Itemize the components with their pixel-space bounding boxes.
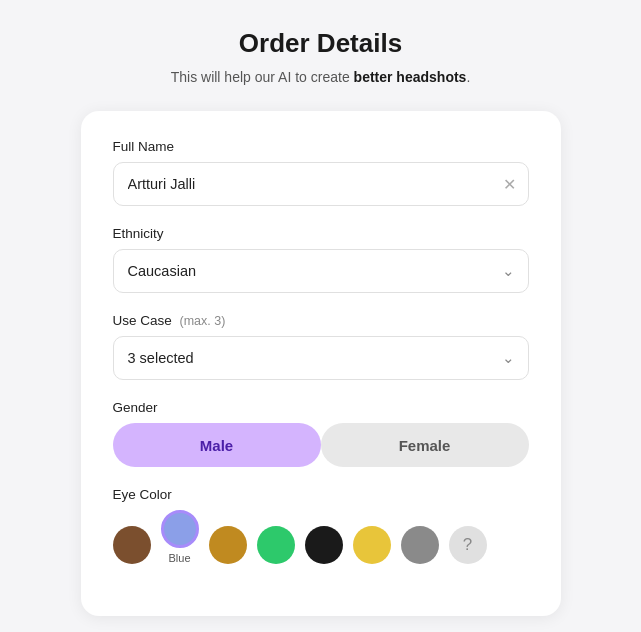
gender-male-button[interactable]: Male bbox=[113, 423, 321, 467]
swatch-wrapper-yellow bbox=[353, 526, 391, 564]
swatch-wrapper-gray bbox=[401, 526, 439, 564]
full-name-field-group: Full Name ✕ bbox=[113, 139, 529, 206]
use-case-field-group: Use Case (max. 3) 3 selected ⌄ bbox=[113, 313, 529, 380]
gender-label: Gender bbox=[113, 400, 529, 415]
eye-color-swatch-yellow[interactable] bbox=[353, 526, 391, 564]
eye-color-swatch-green[interactable] bbox=[257, 526, 295, 564]
eye-color-swatch-other[interactable]: ? bbox=[449, 526, 487, 564]
gender-female-button[interactable]: Female bbox=[321, 423, 529, 467]
use-case-select[interactable]: 3 selected bbox=[113, 336, 529, 380]
full-name-label: Full Name bbox=[113, 139, 529, 154]
full-name-input[interactable] bbox=[113, 162, 529, 206]
eye-color-swatch-black[interactable] bbox=[305, 526, 343, 564]
page-subtitle: This will help our AI to create better h… bbox=[171, 69, 471, 85]
swatch-wrapper-blue: Blue bbox=[161, 510, 199, 564]
ethnicity-select-wrapper: Caucasian African Asian Hispanic Middle … bbox=[113, 249, 529, 293]
eye-color-swatch-amber[interactable] bbox=[209, 526, 247, 564]
eye-color-swatch-gray[interactable] bbox=[401, 526, 439, 564]
swatch-wrapper-other: ? bbox=[449, 526, 487, 564]
swatch-wrapper-amber bbox=[209, 526, 247, 564]
gender-field-group: Gender Male Female bbox=[113, 400, 529, 467]
ethnicity-select[interactable]: Caucasian African Asian Hispanic Middle … bbox=[113, 249, 529, 293]
eye-color-swatch-brown[interactable] bbox=[113, 526, 151, 564]
order-details-card: Full Name ✕ Ethnicity Caucasian African … bbox=[81, 111, 561, 616]
swatch-wrapper-green bbox=[257, 526, 295, 564]
swatch-wrapper-black bbox=[305, 526, 343, 564]
eye-color-swatch-blue[interactable] bbox=[161, 510, 199, 548]
eye-color-label: Eye Color bbox=[113, 487, 529, 502]
full-name-input-wrapper: ✕ bbox=[113, 162, 529, 206]
gender-toggle: Male Female bbox=[113, 423, 529, 467]
page-container: Order Details This will help our AI to c… bbox=[0, 0, 641, 632]
clear-icon[interactable]: ✕ bbox=[503, 175, 516, 194]
eye-color-row: Blue ? bbox=[113, 510, 529, 564]
use-case-select-wrapper: 3 selected ⌄ bbox=[113, 336, 529, 380]
swatch-wrapper-brown bbox=[113, 526, 151, 564]
eye-color-field-group: Eye Color Blue bbox=[113, 487, 529, 564]
ethnicity-field-group: Ethnicity Caucasian African Asian Hispan… bbox=[113, 226, 529, 293]
page-title: Order Details bbox=[239, 28, 402, 59]
swatch-label-blue: Blue bbox=[168, 552, 190, 564]
use-case-label: Use Case (max. 3) bbox=[113, 313, 529, 328]
ethnicity-label: Ethnicity bbox=[113, 226, 529, 241]
